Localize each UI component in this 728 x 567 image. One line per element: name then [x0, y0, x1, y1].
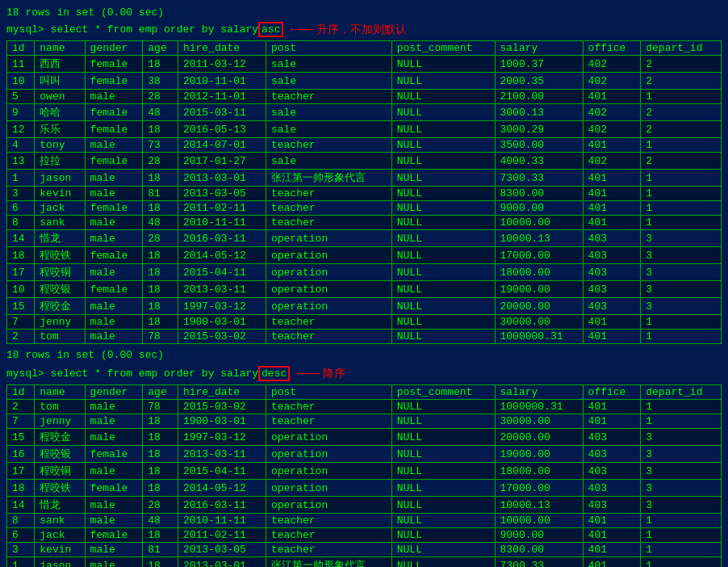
desc-col-gender: gender [85, 385, 143, 400]
table-cell: 2 [641, 56, 722, 73]
table-cell: 18000.00 [495, 264, 583, 281]
table-cell: 10 [7, 281, 35, 298]
table-cell: 18 [143, 264, 178, 281]
table-cell: NULL [391, 187, 495, 201]
table-cell: 2012-11-01 [178, 90, 266, 104]
table-cell: teacher [266, 400, 391, 414]
table-cell: 18 [143, 480, 178, 497]
table-cell: male [85, 298, 143, 315]
table-cell: sale [266, 153, 391, 170]
table-cell: 3000.13 [495, 104, 583, 121]
table-cell: jack [35, 528, 85, 543]
table-cell: sale [266, 73, 391, 90]
table-cell: 2011-02-11 [178, 201, 266, 216]
table-cell: 17000.00 [495, 480, 583, 497]
desc-col-depart-id: depart_id [641, 385, 722, 400]
desc-keyword-box: desc [258, 366, 290, 381]
table-cell: NULL [391, 56, 495, 73]
table-cell: 9000.00 [495, 528, 583, 543]
table-cell: female [85, 153, 143, 170]
table-header-row: id name gender age hire_date post post_c… [7, 41, 722, 56]
asc-arrow: ←—— 升序，不加则默认 [290, 23, 407, 37]
table-cell: 2014-07-01 [178, 138, 266, 153]
table-cell: 程咬铁 [35, 480, 85, 497]
table-cell: 13 [7, 153, 35, 170]
table-cell: 401 [583, 90, 641, 104]
table-cell: NULL [391, 514, 495, 528]
table-cell: 18 [143, 414, 178, 429]
table-cell: operation [266, 429, 391, 446]
table-cell: male [85, 187, 143, 201]
table-cell: 401 [583, 315, 641, 330]
table-cell: tom [35, 330, 85, 344]
asc-rows-count: 18 rows in set (0.00 sec) [6, 349, 722, 361]
table-cell: 81 [143, 543, 178, 557]
table-cell: 2 [7, 400, 35, 414]
table-cell: female [85, 528, 143, 543]
table-cell: male [85, 414, 143, 429]
table-cell: male [85, 315, 143, 330]
table-cell: female [85, 247, 143, 264]
table-cell: 48 [143, 216, 178, 230]
table-cell: 403 [583, 429, 641, 446]
table-cell: 401 [583, 557, 641, 568]
table-cell: 18 [143, 281, 178, 298]
table-cell: 10000.13 [495, 230, 583, 247]
table-cell: 18 [143, 429, 178, 446]
table-row: 3kevinmale812013-03-05teacherNULL8300.00… [7, 187, 722, 201]
table-cell: male [85, 90, 143, 104]
table-cell: female [85, 281, 143, 298]
table-cell: operation [266, 446, 391, 463]
table-cell: 28 [143, 497, 178, 514]
table-row: 14惜龙male282016-03-11operationNULL10000.1… [7, 230, 722, 247]
table-cell: 10000.00 [495, 216, 583, 230]
desc-arrow-icon: ←—— [296, 367, 320, 381]
table-cell: 14 [7, 230, 35, 247]
table-cell: 乐乐 [35, 121, 85, 138]
table-cell: sale [266, 104, 391, 121]
table-cell: NULL [391, 528, 495, 543]
table-cell: NULL [391, 170, 495, 187]
table-cell: NULL [391, 330, 495, 344]
table-cell: 19000.00 [495, 446, 583, 463]
table-row: 4tonymale732014-07-01teacherNULL3500.004… [7, 138, 722, 153]
table-cell: jason [35, 170, 85, 187]
table-cell: 18 [7, 247, 35, 264]
table-cell: NULL [391, 216, 495, 230]
table-cell: sank [35, 216, 85, 230]
table-cell: 73 [143, 138, 178, 153]
table-cell: NULL [391, 264, 495, 281]
table-cell: tony [35, 138, 85, 153]
table-cell: 1000.37 [495, 56, 583, 73]
table-cell: NULL [391, 400, 495, 414]
table-cell: 18 [143, 201, 178, 216]
table-cell: teacher [266, 528, 391, 543]
table-cell: 401 [583, 543, 641, 557]
table-cell: 78 [143, 330, 178, 344]
table-cell: teacher [266, 543, 391, 557]
table-cell: 18 [143, 56, 178, 73]
table-cell: 3 [641, 497, 722, 514]
desc-table-container: id name gender age hire_date post post_c… [6, 384, 722, 567]
table-cell: 402 [583, 104, 641, 121]
table-cell: 401 [583, 216, 641, 230]
table-cell: NULL [391, 429, 495, 446]
table-cell: 7 [7, 315, 35, 330]
table-cell: 2010-11-01 [178, 73, 266, 90]
table-cell: teacher [266, 315, 391, 330]
table-cell: 402 [583, 121, 641, 138]
table-cell: 2013-03-05 [178, 543, 266, 557]
asc-annotation-text: 升序，不加则默认 [316, 23, 407, 37]
table-cell: NULL [391, 298, 495, 315]
table-cell: teacher [266, 201, 391, 216]
table-cell: 3 [7, 187, 35, 201]
table-cell: 403 [583, 281, 641, 298]
table-cell: NULL [391, 73, 495, 90]
table-cell: male [85, 230, 143, 247]
table-cell: 1 [7, 557, 35, 568]
table-cell: 11 [7, 56, 35, 73]
table-cell: 2011-02-11 [178, 528, 266, 543]
table-cell: 401 [583, 187, 641, 201]
table-cell: 78 [143, 400, 178, 414]
desc-col-office: office [583, 385, 641, 400]
